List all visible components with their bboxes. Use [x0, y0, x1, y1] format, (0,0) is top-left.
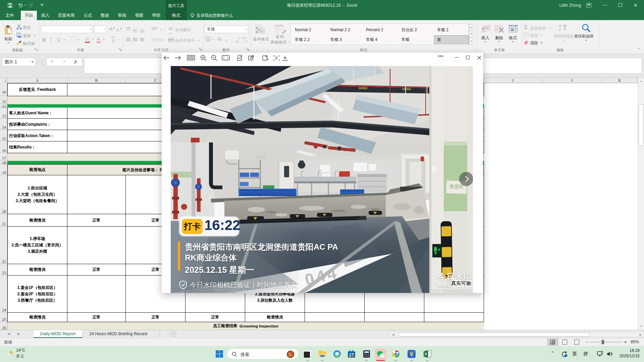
svg-text:≠: ≠	[261, 29, 263, 33]
svg-text:A: A	[267, 58, 269, 61]
